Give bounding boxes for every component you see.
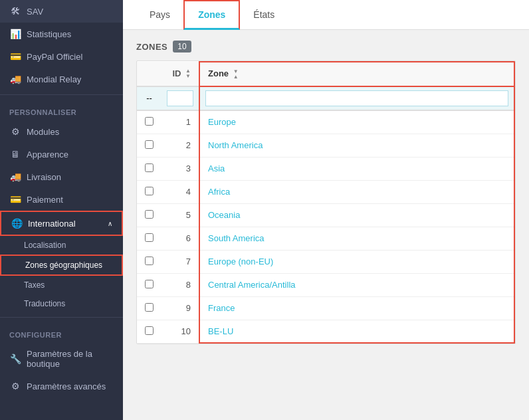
row-checkbox[interactable] <box>145 210 154 219</box>
sidebar-item-apparence[interactable]: 🖥 Apparence <box>0 143 123 165</box>
sidebar-item-label: Livraison <box>27 172 61 182</box>
relay-icon: 🚚 <box>9 74 21 84</box>
sidebar-sub-localisation[interactable]: Localisation <box>0 236 123 255</box>
zones-table: ID ▲ ▼ Zone ▼ ▲ <box>137 61 515 344</box>
table-header-row: ID ▲ ▼ Zone ▼ ▲ <box>137 62 514 86</box>
row-checkbox[interactable] <box>145 187 154 195</box>
table-row: 9France <box>137 296 514 320</box>
filter-id-input[interactable] <box>167 90 193 106</box>
tab-pays[interactable]: Pays <box>136 1 183 30</box>
localisation-label: Localisation <box>24 241 66 250</box>
row-checkbox[interactable] <box>145 233 154 242</box>
row-id: 10 <box>161 320 199 343</box>
zones-count: 10 <box>173 41 191 52</box>
row-checkbox-cell <box>137 157 161 180</box>
paiement-icon: 💳 <box>9 194 21 205</box>
table-row: 10BE-LU <box>137 320 514 343</box>
table-row: 4Africa <box>137 180 514 203</box>
row-zone[interactable]: Asia <box>199 157 514 180</box>
sidebar-sub-zones-geo[interactable]: Zones géographiques <box>0 255 123 276</box>
params-avances-icon: ⚙ <box>9 381 21 391</box>
row-zone[interactable]: Africa <box>199 180 514 203</box>
row-id: 1 <box>161 110 199 134</box>
row-id: 6 <box>161 227 199 250</box>
sidebar-item-statistiques[interactable]: 📊 Statistiques <box>0 23 123 45</box>
row-zone[interactable]: North America <box>199 134 514 157</box>
sidebar-sub-traductions[interactable]: Traductions <box>0 294 123 313</box>
sav-icon: 🛠 <box>9 6 21 17</box>
sidebar-item-livraison[interactable]: 🚚 Livraison <box>0 165 123 188</box>
sidebar-item-paiement[interactable]: 💳 Paiement <box>0 188 123 211</box>
sidebar-item-sav[interactable]: 🛠 SAV <box>0 0 123 23</box>
row-checkbox[interactable] <box>145 163 154 172</box>
table-row: 6South America <box>137 227 514 250</box>
international-icon: 🌐 <box>11 218 23 229</box>
row-id: 7 <box>161 250 199 273</box>
row-zone[interactable]: Europe (non-EU) <box>199 250 514 273</box>
row-checkbox[interactable] <box>145 326 154 335</box>
tab-zones[interactable]: Zones <box>183 0 240 30</box>
sidebar-item-params-avances[interactable]: ⚙ Paramètres avancés <box>0 375 123 397</box>
sidebar-item-mondial-relay[interactable]: 🚚 Mondial Relay <box>0 68 123 90</box>
filter-zone-input[interactable] <box>205 90 508 106</box>
row-zone[interactable]: France <box>199 296 514 320</box>
row-id: 4 <box>161 180 199 203</box>
col-header-zone[interactable]: Zone ▼ ▲ <box>199 62 514 86</box>
filter-id-cell <box>161 86 199 110</box>
sidebar-item-paypal[interactable]: 💳 PayPal Officiel <box>0 45 123 68</box>
zones-geo-label: Zones géographiques <box>25 261 102 270</box>
row-checkbox-cell <box>137 134 161 157</box>
row-checkbox[interactable] <box>145 303 154 312</box>
sidebar-item-label: Statistiques <box>27 29 71 39</box>
row-id: 2 <box>161 134 199 157</box>
row-zone[interactable]: South America <box>199 227 514 250</box>
taxes-label: Taxes <box>24 280 45 290</box>
divider-2 <box>0 317 123 318</box>
col-header-id[interactable]: ID ▲ ▼ <box>161 62 199 86</box>
sidebar-item-label: Mondial Relay <box>27 74 81 84</box>
stats-icon: 📊 <box>9 29 21 39</box>
table-container: ID ▲ ▼ Zone ▼ ▲ <box>136 60 516 344</box>
sidebar-item-params-boutique[interactable]: 🔧 Paramètres de la boutique <box>0 343 123 375</box>
sidebar: 🛠 SAV 📊 Statistiques 💳 PayPal Officiel 🚚… <box>0 0 123 420</box>
filter-zone-cell <box>199 86 514 110</box>
sidebar-item-label: Apparence <box>27 150 68 159</box>
zones-header: ZONES 10 <box>136 41 516 52</box>
table-row: 1Europe <box>137 110 514 134</box>
row-checkbox-cell <box>137 296 161 320</box>
sidebar-item-modules[interactable]: ⚙ Modules <box>0 120 123 143</box>
row-checkbox[interactable] <box>145 117 154 126</box>
apparence-icon: 🖥 <box>9 149 21 159</box>
section-personnaliser: PERSONNALISER <box>0 99 123 120</box>
zone-sort-icons[interactable]: ▼ ▲ <box>233 69 239 80</box>
row-checkbox-cell <box>137 180 161 203</box>
content-area: ZONES 10 ID ▲ ▼ <box>123 30 529 420</box>
modules-icon: ⚙ <box>9 126 21 137</box>
row-checkbox-cell <box>137 203 161 227</box>
row-zone[interactable]: Central America/Antilla <box>199 273 514 296</box>
params-boutique-icon: 🔧 <box>9 354 21 364</box>
row-checkbox-cell <box>137 320 161 343</box>
row-checkbox[interactable] <box>145 280 154 288</box>
table-row: 5Oceania <box>137 203 514 227</box>
tab-etats[interactable]: États <box>240 1 288 30</box>
row-id: 9 <box>161 296 199 320</box>
sidebar-sub-taxes[interactable]: Taxes <box>0 276 123 294</box>
row-zone[interactable]: BE-LU <box>199 320 514 343</box>
sidebar-item-label: SAV <box>27 7 43 17</box>
filter-row: -- <box>137 86 514 110</box>
traductions-label: Traductions <box>24 299 65 308</box>
row-checkbox[interactable] <box>145 140 154 149</box>
row-id: 8 <box>161 273 199 296</box>
row-checkbox[interactable] <box>145 257 154 265</box>
table-row: 7Europe (non-EU) <box>137 250 514 273</box>
col-header-checkbox <box>137 62 161 86</box>
sidebar-item-international[interactable]: 🌐 International ∧ <box>0 211 123 236</box>
divider-1 <box>0 94 123 95</box>
sidebar-item-label: Paiement <box>27 195 63 205</box>
filter-checkbox-cell: -- <box>137 86 161 110</box>
row-zone[interactable]: Europe <box>199 110 514 134</box>
id-sort-icons[interactable]: ▲ ▼ <box>185 68 191 79</box>
row-zone[interactable]: Oceania <box>199 203 514 227</box>
sidebar-item-label: International <box>28 219 76 229</box>
